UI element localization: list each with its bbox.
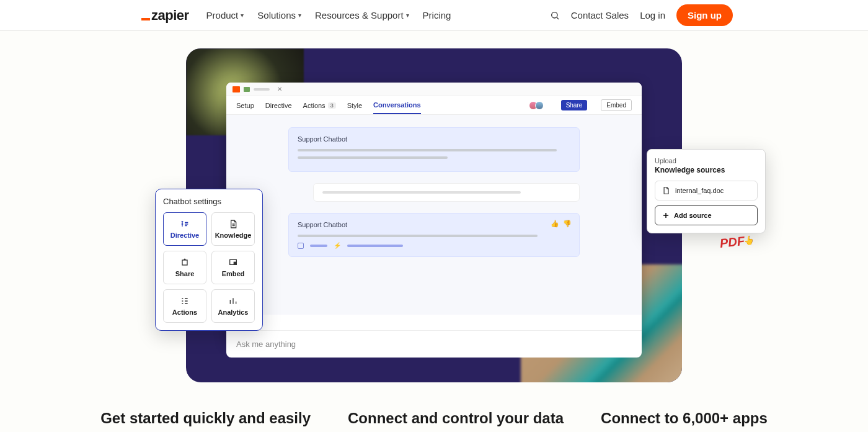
chat-input-placeholder: Ask me anything bbox=[236, 340, 296, 349]
search-icon[interactable] bbox=[550, 11, 560, 20]
actions-count-badge: 3 bbox=[328, 102, 336, 109]
bubble-title: Support Chatbot bbox=[298, 221, 570, 228]
tab-conversations[interactable]: Conversations bbox=[373, 96, 420, 114]
add-source-button[interactable]: Add source bbox=[655, 205, 758, 225]
svg-rect-2 bbox=[182, 260, 187, 265]
tab-directive[interactable]: Directive bbox=[265, 96, 292, 114]
tab-style[interactable]: Style bbox=[347, 96, 362, 114]
plus-icon bbox=[662, 211, 670, 220]
tab-setup[interactable]: Setup bbox=[236, 96, 254, 114]
feature-heading-1: Get started quickly and easily bbox=[100, 410, 311, 427]
hero-illustration: ✕ Setup Directive Actions3 Style Convers… bbox=[186, 48, 682, 382]
app-window: ✕ Setup Directive Actions3 Style Convers… bbox=[226, 83, 642, 342]
svg-point-0 bbox=[551, 12, 557, 17]
tile-actions[interactable]: Actions bbox=[163, 289, 206, 323]
settings-title: Chatbot settings bbox=[163, 197, 255, 206]
upload-card: Upload Knowledge sources internal_faq.do… bbox=[647, 149, 766, 233]
cursor-icon: 👆 bbox=[743, 235, 755, 246]
app-icon bbox=[244, 87, 250, 92]
nav-links: Product▾ Solutions▾ Resources & Support▾… bbox=[206, 10, 451, 20]
chat-area: Support Chatbot 👍 👎 Support Chatbot bbox=[226, 115, 642, 315]
chat-bubble-bot: 👍 👎 Support Chatbot ⚡ bbox=[288, 213, 580, 257]
feature-columns: Get started quickly and easily Connect a… bbox=[0, 410, 868, 427]
app-tabs: Setup Directive Actions3 Style Conversat… bbox=[226, 96, 642, 115]
pdf-icon: PDF👆 bbox=[719, 233, 756, 251]
thumbs-up-icon[interactable]: 👍 bbox=[551, 220, 559, 228]
analytics-icon bbox=[228, 296, 238, 306]
actions-icon bbox=[180, 296, 190, 306]
top-nav: zapier Product▾ Solutions▾ Resources & S… bbox=[0, 0, 868, 31]
nav-solutions[interactable]: Solutions▾ bbox=[257, 10, 301, 20]
file-name: internal_faq.doc bbox=[675, 187, 724, 194]
chat-input[interactable]: Ask me anything bbox=[226, 330, 642, 358]
nav-resources[interactable]: Resources & Support▾ bbox=[315, 10, 409, 20]
upload-label: Upload bbox=[655, 157, 758, 164]
bubble-title: Support Chatbot bbox=[298, 135, 570, 143]
embed-button[interactable]: Embed bbox=[601, 99, 632, 111]
chevron-down-icon: ▾ bbox=[406, 12, 409, 19]
tab-actions[interactable]: Actions3 bbox=[303, 96, 336, 114]
chevron-down-icon: ▾ bbox=[298, 12, 301, 19]
close-icon[interactable]: ✕ bbox=[277, 86, 282, 92]
feature-heading-3: Connect to 6,000+ apps bbox=[601, 410, 768, 427]
document-icon bbox=[228, 219, 238, 229]
file-icon bbox=[662, 186, 670, 195]
tile-knowledge[interactable]: Knowledge bbox=[211, 212, 255, 246]
source-icon bbox=[298, 243, 304, 249]
brand-logo[interactable]: zapier bbox=[141, 7, 189, 24]
nav-pricing[interactable]: Pricing bbox=[423, 10, 451, 20]
svg-line-1 bbox=[557, 17, 559, 19]
feature-heading-2: Connect and control your data bbox=[348, 410, 564, 427]
chevron-down-icon: ▾ bbox=[241, 12, 244, 19]
app-logo-icon bbox=[232, 86, 240, 92]
tile-embed[interactable]: Embed bbox=[211, 251, 255, 284]
signup-button[interactable]: Sign up bbox=[676, 4, 733, 26]
thumbs-down-icon[interactable]: 👎 bbox=[563, 220, 572, 228]
avatar bbox=[535, 101, 544, 110]
tile-share[interactable]: Share bbox=[163, 251, 206, 284]
login-link[interactable]: Log in bbox=[640, 10, 665, 20]
tile-directive[interactable]: Directive bbox=[163, 212, 206, 246]
collaborator-avatars[interactable] bbox=[531, 101, 544, 110]
app-titlebar: ✕ bbox=[226, 83, 642, 96]
title-placeholder bbox=[254, 88, 270, 91]
svg-rect-4 bbox=[234, 262, 236, 264]
share-icon bbox=[180, 258, 190, 268]
nav-right: Contact Sales Log in Sign up bbox=[550, 4, 733, 26]
chat-bubble-user bbox=[313, 183, 580, 202]
nav-product[interactable]: Product▾ bbox=[206, 10, 244, 20]
upload-heading: Knowledge sources bbox=[655, 166, 758, 174]
chatbot-settings-card: Chatbot settings Directive Knowledge Sha… bbox=[155, 189, 263, 331]
share-button[interactable]: Share bbox=[561, 100, 588, 110]
bolt-icon: ⚡ bbox=[334, 242, 341, 249]
knowledge-file-row[interactable]: internal_faq.doc bbox=[655, 181, 758, 200]
text-icon bbox=[180, 219, 190, 229]
tile-analytics[interactable]: Analytics bbox=[211, 289, 255, 323]
embed-icon bbox=[228, 258, 238, 268]
chat-bubble-bot: Support Chatbot bbox=[288, 127, 580, 172]
contact-sales-link[interactable]: Contact Sales bbox=[571, 10, 629, 20]
